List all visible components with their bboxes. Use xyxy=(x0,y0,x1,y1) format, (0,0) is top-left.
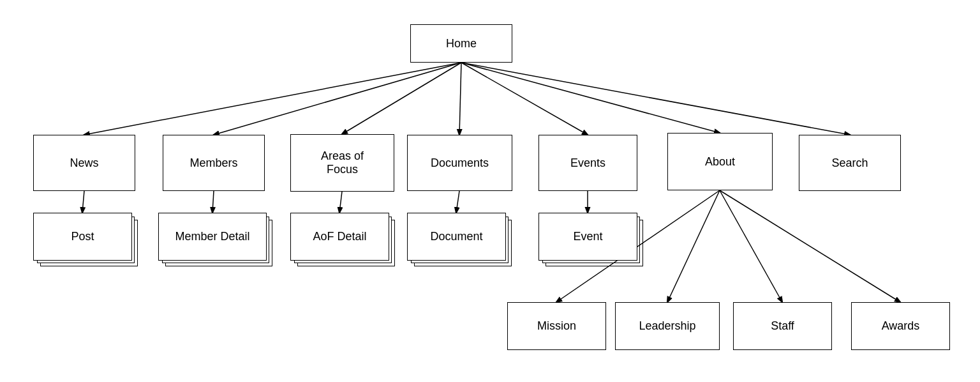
svg-line-14 xyxy=(720,190,782,302)
leadership-node: Leadership xyxy=(615,302,720,350)
svg-line-0 xyxy=(84,63,461,135)
svg-line-5 xyxy=(461,63,720,133)
areas-of-focus-node: Areas ofFocus xyxy=(290,134,394,192)
post-label: Post xyxy=(71,230,94,243)
member-detail-node: Member Detail xyxy=(158,213,267,261)
svg-line-2 xyxy=(342,63,461,134)
svg-line-1 xyxy=(214,63,461,135)
svg-line-6 xyxy=(461,63,850,135)
awards-label: Awards xyxy=(882,319,920,333)
aof-detail-node: AoF Detail xyxy=(290,213,389,261)
documents-label: Documents xyxy=(431,157,489,170)
search-label: Search xyxy=(831,157,868,170)
areas-of-focus-label: Areas ofFocus xyxy=(321,149,364,176)
svg-line-13 xyxy=(667,190,720,302)
post-node: Post xyxy=(33,213,132,261)
members-label: Members xyxy=(189,157,237,170)
svg-line-3 xyxy=(459,63,461,135)
svg-line-10 xyxy=(456,191,459,213)
about-node: About xyxy=(667,133,773,190)
about-label: About xyxy=(705,155,735,169)
document-node: Document xyxy=(407,213,506,261)
news-node: News xyxy=(33,135,135,191)
member-detail-label: Member Detail xyxy=(175,230,249,243)
aof-detail-label: AoF Detail xyxy=(313,230,366,243)
event-label: Event xyxy=(573,230,602,243)
members-node: Members xyxy=(163,135,265,191)
svg-line-15 xyxy=(720,190,900,302)
leadership-label: Leadership xyxy=(639,319,695,333)
svg-line-9 xyxy=(339,192,342,213)
svg-line-8 xyxy=(212,191,214,213)
event-node: Event xyxy=(538,213,637,261)
events-label: Events xyxy=(570,157,605,170)
news-label: News xyxy=(70,157,98,170)
home-node: Home xyxy=(410,24,512,63)
search-node: Search xyxy=(799,135,901,191)
documents-node: Documents xyxy=(407,135,512,191)
document-label: Document xyxy=(430,230,482,243)
svg-line-7 xyxy=(82,191,84,213)
mission-node: Mission xyxy=(507,302,606,350)
staff-label: Staff xyxy=(771,319,794,333)
home-label: Home xyxy=(446,37,477,50)
events-node: Events xyxy=(538,135,637,191)
mission-label: Mission xyxy=(537,319,576,333)
staff-node: Staff xyxy=(733,302,832,350)
awards-node: Awards xyxy=(851,302,950,350)
svg-line-4 xyxy=(461,63,588,135)
